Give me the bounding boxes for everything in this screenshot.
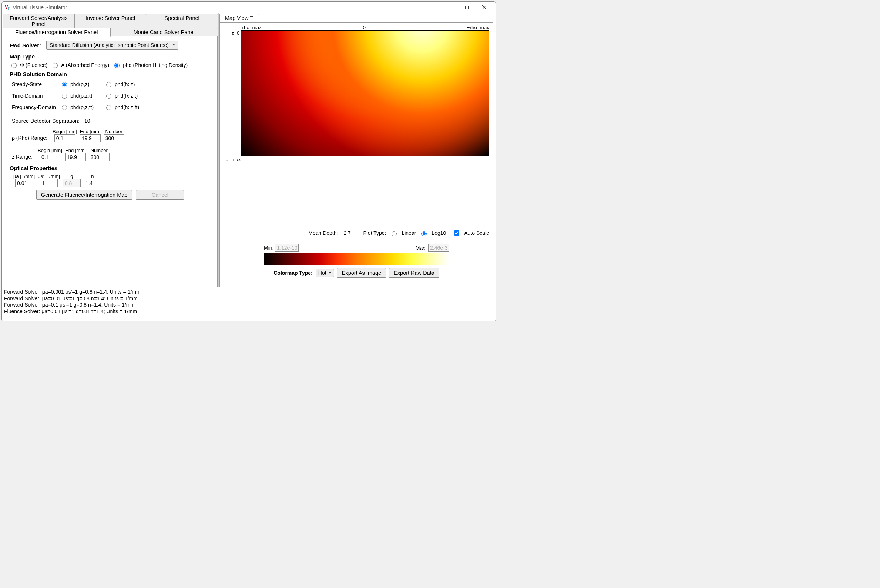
phd-heatmap xyxy=(241,30,489,156)
axis-zmax: z_max xyxy=(227,157,489,162)
z-begin-input[interactable] xyxy=(40,153,60,161)
rho-number-header: Number xyxy=(105,129,122,134)
rho-number-input[interactable] xyxy=(104,134,124,142)
maptype-phd-radio[interactable] xyxy=(114,63,120,68)
musp-input[interactable] xyxy=(40,179,58,187)
plot-type-label: Plot Type: xyxy=(363,230,386,236)
rho-begin-header: Begin [mm] xyxy=(53,129,77,134)
tab-inverse-solver[interactable]: Inverse Solver Panel xyxy=(74,14,147,28)
fwd-solver-select[interactable]: Standard Diffusion (Analytic: Isotropic … xyxy=(46,40,178,50)
phd-rhoz-radio[interactable] xyxy=(62,82,67,87)
phd-domain-header: PHD Solution Domain xyxy=(10,71,211,77)
left-panel: Forward Solver/Analysis Panel Inverse So… xyxy=(2,13,219,287)
g-input xyxy=(63,179,81,187)
fwd-solver-label: Fwd Solver: xyxy=(10,42,41,48)
window-title: Virtual Tissue Simulator xyxy=(13,4,67,10)
axis-z0: z=0 xyxy=(232,30,239,36)
log-line: Forward Solver: μa=0.1 μs'=1 g=0.8 n=1.4… xyxy=(4,302,493,308)
g-label: g xyxy=(70,174,73,179)
auto-scale-checkbox[interactable] xyxy=(454,230,459,236)
z-number-header: Number xyxy=(91,147,108,153)
max-input xyxy=(428,244,449,252)
phd-rhozft-label: phd(ρ,z,ft) xyxy=(70,104,93,110)
maptype-absorbed-radio[interactable] xyxy=(53,63,58,68)
phd-rhozt-label: phd(ρ,z,t) xyxy=(70,93,92,99)
tab-spectral[interactable]: Spectral Panel xyxy=(146,14,218,28)
colormap-bar xyxy=(264,254,449,265)
export-raw-button[interactable]: Export Raw Data xyxy=(389,268,439,278)
phd-rhoz-label: phd(ρ,z) xyxy=(70,81,90,87)
maptype-absorbed-label: A (Absorbed Energy) xyxy=(61,62,109,68)
tab-fluence-interrogation[interactable]: Fluence/Interrogation Solver Panel xyxy=(3,28,111,37)
min-label: Min: xyxy=(264,245,274,251)
titlebar: VP Virtual Tissue Simulator xyxy=(2,2,495,13)
phd-row-freq: Frequency-Domain xyxy=(12,104,60,110)
phd-rhozft-radio[interactable] xyxy=(62,105,67,110)
maptype-fluence-label: Φ (Fluence) xyxy=(20,62,47,68)
maximize-button[interactable] xyxy=(459,2,475,13)
tab-map-view[interactable]: Map View xyxy=(220,14,259,22)
right-panel: Map View -rho_max 0 +rho_max z=0 z_max M… xyxy=(219,13,495,287)
plot-type-log10-label: Log10 xyxy=(432,230,446,236)
phd-row-time: Time-Domain xyxy=(12,93,60,99)
tab-monte-carlo[interactable]: Monte Carlo Solver Panel xyxy=(110,28,218,37)
log-line: Forward Solver: μa=0.001 μs'=1 g=0.8 n=1… xyxy=(4,289,493,296)
log-line: Fluence Solver: μa=0.01 μs'=1 g=0.8 n=1.… xyxy=(4,308,493,315)
tab-forward-solver[interactable]: Forward Solver/Analysis Panel xyxy=(3,14,75,28)
axis-right: +rho_max xyxy=(467,25,489,30)
phd-fxz-label: phd(fx,z) xyxy=(115,81,135,87)
plot-type-log10-radio[interactable] xyxy=(421,231,427,236)
auto-scale-label: Auto Scale xyxy=(464,230,489,236)
log-line: Forward Solver: μa=0.01 μs'=1 g=0.8 n=1.… xyxy=(4,296,493,302)
phd-row-steady: Steady-State xyxy=(12,81,60,87)
z-end-input[interactable] xyxy=(65,153,86,161)
n-input[interactable] xyxy=(84,179,101,187)
mean-depth-label: Mean Depth: xyxy=(308,230,338,236)
z-range-label: z Range: xyxy=(12,154,33,161)
sds-input[interactable] xyxy=(83,117,100,125)
phd-fxz-radio[interactable] xyxy=(106,82,111,87)
map-view-label: Map View xyxy=(225,15,248,21)
phd-rhozt-radio[interactable] xyxy=(62,93,67,99)
musp-label: μs' [1/mm] xyxy=(38,174,60,179)
cancel-button[interactable]: Cancel xyxy=(136,190,184,200)
minimize-button[interactable] xyxy=(441,2,459,13)
close-button[interactable] xyxy=(475,2,493,13)
max-label: Max: xyxy=(415,245,427,251)
min-input xyxy=(275,244,299,252)
map-view-pin-icon[interactable] xyxy=(250,16,253,20)
phd-fxzt-radio[interactable] xyxy=(106,93,111,99)
axis-left: -rho_max xyxy=(241,25,262,30)
n-label: n xyxy=(91,174,93,179)
rho-end-header: End [mm] xyxy=(80,129,101,134)
colormap-select[interactable]: Hot xyxy=(316,269,334,277)
maptype-fluence-radio[interactable] xyxy=(12,63,17,68)
plot-type-linear-label: Linear xyxy=(402,230,416,236)
rho-range-label: ρ (Rho) Range: xyxy=(12,135,47,142)
phd-fxzft-radio[interactable] xyxy=(106,105,111,110)
log-panel[interactable]: Forward Solver: μa=0.001 μs'=1 g=0.8 n=1… xyxy=(2,287,495,321)
plot-type-linear-radio[interactable] xyxy=(391,231,397,236)
mua-input[interactable] xyxy=(15,179,33,187)
generate-button[interactable]: Generate Fluence/Interrogation Map xyxy=(36,190,132,200)
colormap-type-label: Colormap Type: xyxy=(274,270,313,276)
phd-fxzt-label: phd(fx,z,t) xyxy=(115,93,138,99)
sds-label: Source Detector Separation: xyxy=(12,118,80,124)
map-type-header: Map Type xyxy=(10,53,211,60)
maptype-phd-label: phd (Photon Hitting Density) xyxy=(123,62,188,68)
app-window: VP Virtual Tissue Simulator Forward Solv… xyxy=(2,2,496,321)
phd-fxzft-label: phd(fx,z,ft) xyxy=(115,104,139,110)
z-begin-header: Begin [mm] xyxy=(38,147,62,153)
z-number-input[interactable] xyxy=(89,153,110,161)
fluence-panel-body: Fwd Solver: Standard Diffusion (Analytic… xyxy=(3,36,218,287)
export-image-button[interactable]: Export As Image xyxy=(337,268,386,278)
mean-depth-input[interactable] xyxy=(341,229,355,237)
mua-label: μa [1/mm] xyxy=(14,174,35,179)
axis-mid: 0 xyxy=(262,25,467,30)
rho-end-input[interactable] xyxy=(80,134,101,142)
z-end-header: End [mm] xyxy=(65,147,86,153)
rho-begin-input[interactable] xyxy=(54,134,75,142)
optical-properties-header: Optical Properties xyxy=(10,165,211,171)
app-icon: VP xyxy=(5,4,11,11)
